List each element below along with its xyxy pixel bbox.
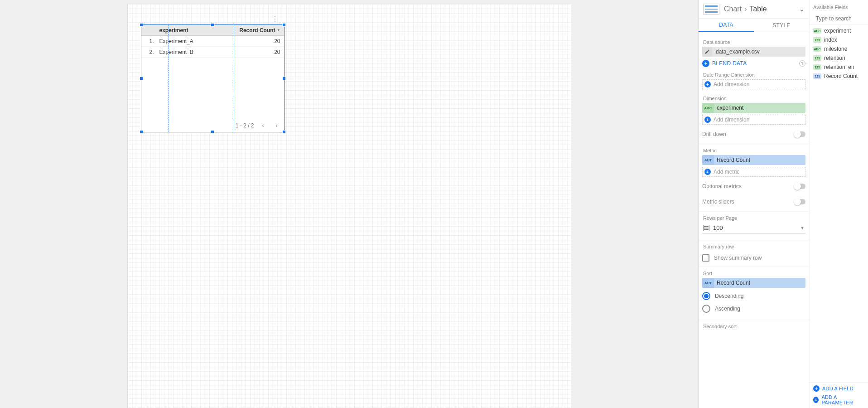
chart-type-icon[interactable] <box>703 4 719 15</box>
sort-descending-label: Descending <box>715 293 743 299</box>
tab-data[interactable]: DATA <box>699 19 754 32</box>
sort-indicator-desc-icon: ▼ <box>277 29 280 32</box>
table-pager: 1 - 2 / 2 ‹ › <box>236 121 281 130</box>
pager-next-icon[interactable]: › <box>272 121 281 130</box>
field-name: index <box>824 37 837 43</box>
report-page[interactable]: ⋮ experiment Record Count ▼ <box>127 4 571 408</box>
resize-handle-se[interactable] <box>282 130 286 134</box>
section-label-daterange: Date Range Dimension <box>703 72 805 78</box>
field-type-badge-abc: ABC <box>813 28 821 34</box>
datasource-name: data_example.csv <box>712 49 763 55</box>
field-name: experiment <box>824 28 851 34</box>
dimension-chip[interactable]: ABC experiment <box>702 103 805 113</box>
table-row: 2. Experiment_B 20 <box>141 47 284 58</box>
tab-style[interactable]: STYLE <box>754 19 809 32</box>
optional-metrics-row: Optional metrics <box>702 180 805 192</box>
field-item[interactable]: 123 Record Count <box>810 72 868 81</box>
chart-properties-panel: Chart › Table ⌄ DATA STYLE Data source d… <box>698 0 809 408</box>
field-item[interactable]: 123 retention <box>810 53 868 63</box>
radio-icon <box>702 305 710 313</box>
drill-down-label: Drill down <box>702 131 726 137</box>
metric-name: Record Count <box>714 157 753 163</box>
field-item[interactable]: ABC milestone <box>810 44 868 53</box>
fields-list: ABC experiment 123 index ABC milestone 1… <box>810 24 868 382</box>
table-header-metric-label: Record Count <box>239 27 275 34</box>
available-fields-panel: Available Fields ABC experiment 123 inde… <box>809 0 868 408</box>
row-metric: 20 <box>235 49 284 55</box>
blend-data-row[interactable]: + BLEND DATA ? <box>702 58 805 68</box>
resize-handle-n[interactable] <box>211 23 214 27</box>
resize-handle-ne[interactable] <box>282 23 286 27</box>
add-metric[interactable]: + Add metric <box>702 167 805 177</box>
field-type-badge-abc: ABC <box>813 46 821 52</box>
pencil-icon[interactable] <box>702 47 712 57</box>
add-metric-label: Add metric <box>714 169 739 175</box>
add-dimension[interactable]: + Add dimension <box>702 115 805 125</box>
metric-sliders-toggle[interactable] <box>794 199 805 204</box>
section-label-summary-row: Summary row <box>703 244 805 249</box>
sort-chip[interactable]: AUT Record Count <box>702 278 805 288</box>
blend-data-label: BLEND DATA <box>712 60 747 67</box>
collapse-panel-icon[interactable]: ⌄ <box>799 5 805 13</box>
dimension-name: experiment <box>714 105 746 111</box>
plus-icon: + <box>704 81 711 87</box>
add-parameter-button[interactable]: + ADD A PARAMETER <box>813 394 864 405</box>
rows-per-page-select[interactable]: 100 ▼ <box>702 223 805 233</box>
metric-sliders-label: Metric sliders <box>702 199 734 205</box>
divider <box>699 320 809 320</box>
section-label-metric: Metric <box>703 148 805 153</box>
resize-handle-sw[interactable] <box>140 130 143 134</box>
rows-icon <box>703 225 709 231</box>
sort-ascending-row[interactable]: Ascending <box>702 302 805 315</box>
table-header-metric[interactable]: Record Count ▼ <box>235 27 284 34</box>
metric-chip[interactable]: AUT Record Count <box>702 155 805 165</box>
add-dimension-label: Add dimension <box>714 81 749 87</box>
field-name: Record Count <box>824 73 858 79</box>
sort-ascending-label: Ascending <box>715 306 740 312</box>
breadcrumb-separator-icon: › <box>744 5 747 13</box>
pager-prev-icon[interactable]: ‹ <box>259 121 268 130</box>
help-icon[interactable]: ? <box>799 60 805 67</box>
table-chart[interactable]: experiment Record Count ▼ 1. Experiment_… <box>141 25 284 132</box>
field-item[interactable]: ABC experiment <box>810 26 868 35</box>
plus-icon: + <box>704 169 711 175</box>
section-label-rows-per-page: Rows per Page <box>703 215 805 221</box>
breadcrumb-root[interactable]: Chart <box>724 5 742 13</box>
field-type-badge-123: 123 <box>813 55 821 61</box>
add-dimension-label: Add dimension <box>714 117 749 123</box>
row-dimension: Experiment_B <box>156 49 235 55</box>
divider <box>699 267 809 267</box>
sort-descending-row[interactable]: Descending <box>702 290 805 302</box>
fields-search-input[interactable] <box>816 15 868 22</box>
field-item[interactable]: 123 index <box>810 35 868 44</box>
resize-handle-s[interactable] <box>211 130 214 134</box>
sort-field-name: Record Count <box>714 280 753 286</box>
divider <box>699 211 809 212</box>
table-header-dimension[interactable]: experiment <box>156 27 235 34</box>
field-item[interactable]: 123 retention_err <box>810 63 868 72</box>
optional-metrics-label: Optional metrics <box>702 183 742 189</box>
resize-handle-nw[interactable] <box>140 23 143 27</box>
breadcrumb-leaf: Table <box>749 5 767 13</box>
field-name: retention <box>824 55 845 61</box>
fields-search[interactable] <box>810 13 868 24</box>
field-type-badge-aut: AUT <box>702 278 714 288</box>
datasource-chip[interactable]: data_example.csv <box>702 47 805 57</box>
chart-overflow-menu[interactable]: ⋮ <box>271 18 279 20</box>
plus-icon: + <box>702 60 709 67</box>
canvas-area: ⋮ experiment Record Count ▼ <box>0 0 698 408</box>
drill-down-toggle[interactable] <box>794 131 805 137</box>
resize-handle-e[interactable] <box>282 77 286 80</box>
optional-metrics-toggle[interactable] <box>794 184 805 189</box>
plus-icon: + <box>813 397 819 403</box>
add-field-button[interactable]: + ADD A FIELD <box>813 385 864 392</box>
checkbox-icon <box>702 254 709 262</box>
section-label-datasource: Data source <box>703 39 805 45</box>
divider <box>699 240 809 240</box>
resize-handle-w[interactable] <box>140 77 143 80</box>
summary-row-checkbox[interactable]: Show summary row <box>702 252 805 264</box>
add-date-range-dimension[interactable]: + Add dimension <box>702 79 805 89</box>
add-parameter-label: ADD A PARAMETER <box>821 394 864 405</box>
field-type-badge-123: 123 <box>813 64 821 70</box>
panel-header: Chart › Table ⌄ <box>699 0 809 19</box>
